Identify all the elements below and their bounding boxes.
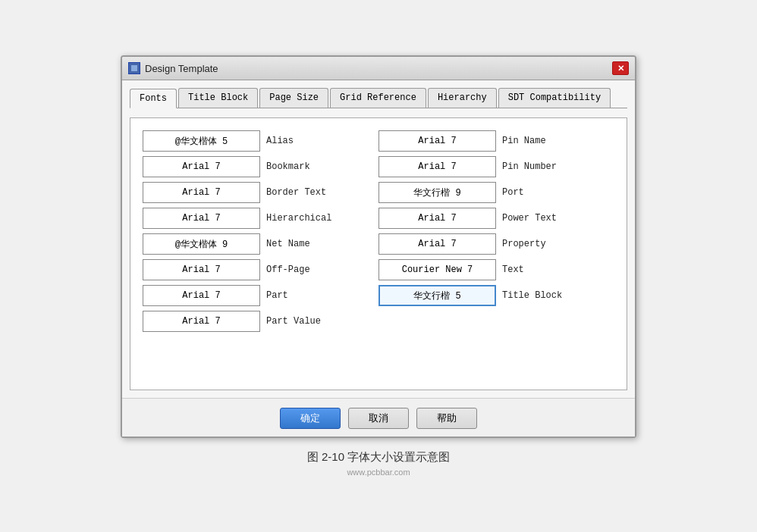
right-column: Arial 7 Pin Name Arial 7 Pin Number 华文行楷… [378, 130, 614, 332]
tab-page-size[interactable]: Page Size [259, 88, 328, 108]
tab-bar: Fonts Title Block Page Size Grid Referen… [130, 88, 627, 108]
window-body: Fonts Title Block Page Size Grid Referen… [122, 80, 635, 398]
help-button[interactable]: 帮助 [416, 408, 477, 429]
watermark: www.pcbbar.com [347, 468, 410, 477]
font-row-off-page: Arial 7 Off-Page [143, 259, 378, 280]
font-label-port: Port [502, 187, 524, 198]
font-btn-part[interactable]: Arial 7 [143, 285, 260, 306]
font-label-power-text: Power Text [502, 213, 557, 224]
font-row-text: Courier New 7 Text [378, 259, 614, 280]
left-column: @华文楷体 5 Alias Arial 7 Bookmark Arial 7 B… [143, 130, 378, 332]
font-btn-property[interactable]: Arial 7 [378, 233, 496, 255]
font-label-off-page: Off-Page [266, 264, 310, 275]
font-btn-part-value[interactable]: Arial 7 [143, 311, 260, 332]
figure-caption: 图 2-10 字体大小设置示意图 [307, 450, 450, 465]
font-row-part: Arial 7 Part [143, 285, 378, 306]
font-row-title-block: 华文行楷 5 Title Block [378, 285, 614, 306]
font-btn-net-name[interactable]: @华文楷体 9 [143, 233, 260, 255]
font-btn-text[interactable]: Courier New 7 [378, 259, 496, 280]
font-label-net-name: Net Name [266, 239, 310, 249]
font-label-part-value: Part Value [266, 316, 321, 327]
font-row-part-value: Arial 7 Part Value [143, 311, 378, 332]
font-row-net-name: @华文楷体 9 Net Name [143, 233, 378, 255]
tab-hierarchy[interactable]: Hierarchy [428, 88, 497, 108]
font-label-border-text: Border Text [266, 187, 326, 198]
tab-grid-reference[interactable]: Grid Reference [330, 88, 426, 108]
font-btn-alias[interactable]: @华文楷体 5 [143, 130, 260, 152]
tab-sdt-compatibility[interactable]: SDT Compatibility [498, 88, 611, 108]
dialog-footer: 确定 取消 帮助 [122, 398, 635, 437]
font-label-title-block: Title Block [502, 290, 562, 301]
font-btn-hierarchical[interactable]: Arial 7 [143, 208, 260, 229]
font-row-bookmark: Arial 7 Bookmark [143, 156, 378, 177]
close-button[interactable]: ✕ [612, 61, 629, 75]
font-label-bookmark: Bookmark [266, 161, 310, 172]
app-icon [128, 62, 140, 74]
font-btn-title-block[interactable]: 华文行楷 5 [378, 285, 496, 306]
font-row-pin-number: Arial 7 Pin Number [378, 156, 614, 177]
font-row-property: Arial 7 Property [378, 233, 614, 255]
font-label-hierarchical: Hierarchical [266, 213, 331, 224]
font-row-power-text: Arial 7 Power Text [378, 208, 614, 229]
tab-title-block[interactable]: Title Block [178, 88, 258, 108]
font-row-port: 华文行楷 9 Port [378, 182, 614, 203]
font-btn-pin-name[interactable]: Arial 7 [378, 130, 496, 152]
font-label-pin-name: Pin Name [502, 136, 546, 146]
font-btn-bookmark[interactable]: Arial 7 [143, 156, 260, 177]
dialog-window: Design Template ✕ Fonts Title Block Page… [121, 55, 636, 438]
font-btn-port[interactable]: 华文行楷 9 [378, 182, 496, 203]
font-label-pin-number: Pin Number [502, 161, 557, 172]
title-bar-left: Design Template [128, 62, 218, 74]
font-label-alias: Alias [266, 136, 294, 146]
font-grid: @华文楷体 5 Alias Arial 7 Bookmark Arial 7 B… [143, 130, 614, 332]
confirm-button[interactable]: 确定 [280, 408, 341, 429]
tab-fonts[interactable]: Fonts [130, 89, 177, 108]
cancel-button[interactable]: 取消 [348, 408, 409, 429]
title-bar: Design Template ✕ [122, 57, 635, 80]
font-row-pin-name: Arial 7 Pin Name [378, 130, 614, 152]
font-btn-power-text[interactable]: Arial 7 [378, 208, 496, 229]
font-label-part: Part [266, 290, 288, 301]
font-btn-border-text[interactable]: Arial 7 [143, 182, 260, 203]
font-row-border-text: Arial 7 Border Text [143, 182, 378, 203]
font-label-property: Property [502, 239, 546, 249]
window-title: Design Template [145, 63, 218, 74]
font-label-text: Text [502, 264, 524, 275]
font-btn-off-page[interactable]: Arial 7 [143, 259, 260, 280]
content-area: @华文楷体 5 Alias Arial 7 Bookmark Arial 7 B… [130, 117, 627, 390]
font-row-hierarchical: Arial 7 Hierarchical [143, 208, 378, 229]
font-btn-pin-number[interactable]: Arial 7 [378, 156, 496, 177]
font-row-alias: @华文楷体 5 Alias [143, 130, 378, 152]
